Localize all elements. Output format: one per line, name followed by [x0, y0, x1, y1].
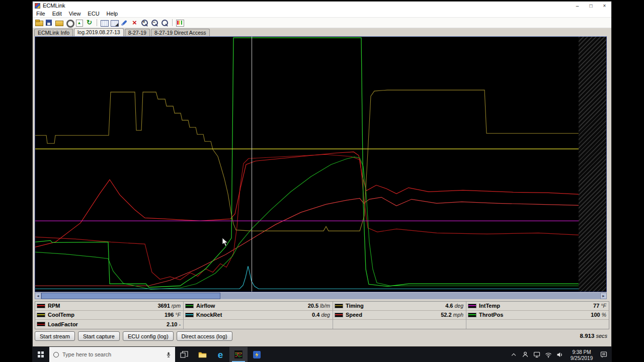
tray-display-icon[interactable]: [531, 347, 542, 362]
ecmlink-icon: [234, 350, 243, 358]
zoom-out-button[interactable]: −: [150, 19, 159, 27]
param-value: 52.2mph: [441, 312, 463, 318]
log-graph-panel[interactable]: [35, 36, 607, 292]
color-swatch: [468, 313, 476, 317]
direct-access-log-button[interactable]: Direct access (log): [177, 331, 232, 341]
param-row-rpm[interactable]: RPM3691rpm: [35, 302, 183, 311]
minimize-button[interactable]: –: [571, 2, 584, 10]
param-value-number: 0.4: [312, 312, 319, 318]
zoom-in-button[interactable]: +: [140, 19, 149, 27]
scrollbar-thumb[interactable]: [41, 293, 220, 299]
swatch-line: [186, 305, 193, 306]
param-value: 20.5lb/m: [308, 303, 330, 309]
menu-ecu[interactable]: ECU: [84, 11, 103, 17]
action-center-icon[interactable]: [598, 347, 609, 362]
tray-wifi-icon[interactable]: [542, 347, 554, 362]
chart-display-button[interactable]: [176, 19, 184, 27]
refresh-button[interactable]: ↻: [85, 19, 94, 27]
param-value-number: 4.6: [445, 303, 453, 309]
tray-volume-icon[interactable]: [554, 347, 566, 362]
param-unit: rpm: [172, 303, 181, 309]
system-tray: 9:38 PM 9/25/2019: [508, 347, 612, 362]
tools-button[interactable]: [120, 19, 129, 27]
settings-button[interactable]: [65, 19, 73, 27]
menu-help[interactable]: Help: [103, 11, 122, 17]
export-button[interactable]: ▲: [75, 19, 84, 27]
tray-chevron-icon[interactable]: [508, 347, 519, 362]
param-unit: -: [179, 321, 181, 327]
swatch-line: [37, 314, 45, 315]
trace-airflow: [35, 157, 579, 289]
legend-column: Airflow20.5lb/mKnockRet0.4deg: [184, 302, 333, 329]
control-buttons: Start streamStart captureECU config (log…: [35, 331, 235, 341]
tab-8-27-19-direct-access[interactable]: 8-27-19 Direct Access: [151, 29, 210, 36]
maximize-button[interactable]: □: [584, 2, 598, 10]
app-icon: [35, 3, 40, 9]
taskbar-clock[interactable]: 9:38 PM 9/25/2019: [566, 348, 598, 361]
scrollbar-track[interactable]: [41, 293, 600, 299]
scroll-left-arrow[interactable]: ◄: [35, 293, 41, 299]
screen: ECMLink – □ × FileEditViewECUHelp ▲↻×+− …: [0, 0, 644, 362]
color-swatch: [185, 313, 194, 317]
tab-8-27-19[interactable]: 8-27-19: [125, 29, 150, 36]
window-controls: – □ ×: [571, 2, 611, 10]
param-name: LoadFactor: [48, 321, 78, 327]
delete-button[interactable]: ×: [130, 19, 139, 27]
window-bottom-padding: [33, 341, 611, 346]
start-capture-button[interactable]: Start capture: [78, 331, 120, 341]
param-row-speed[interactable]: Speed52.2mph: [333, 311, 466, 320]
task-view-button[interactable]: [175, 347, 193, 362]
zoom-in-glyph: +: [143, 20, 145, 25]
zoom-out-glyph: −: [153, 20, 155, 25]
start-button[interactable]: [32, 347, 49, 362]
taskbar-search[interactable]: Type here to search: [49, 347, 175, 362]
controls-row: Start streamStart captureECU config (log…: [33, 329, 611, 341]
tab-ecmlink-info[interactable]: ECMLink Info: [34, 29, 73, 36]
scroll-right-arrow[interactable]: ►: [600, 293, 607, 299]
toolbar: ▲↻×+−: [33, 18, 611, 28]
edit-table-button[interactable]: [110, 19, 119, 27]
trace-rpm: [35, 152, 579, 247]
start-stream-button[interactable]: Start stream: [35, 331, 75, 341]
param-row-loadfactor[interactable]: LoadFactor2.10-: [35, 320, 183, 329]
param-row-cooltemp[interactable]: CoolTemp196°F: [35, 311, 183, 320]
param-row-inttemp[interactable]: IntTemp77°F: [466, 302, 609, 311]
search-placeholder: Type here to search: [62, 351, 163, 357]
table-view-button[interactable]: [100, 19, 109, 27]
close-button[interactable]: ×: [598, 2, 611, 10]
zoom-fit-button[interactable]: [160, 19, 169, 27]
legend-column: IntTemp77°FThrotPos100%: [466, 302, 609, 329]
open-recent-button[interactable]: [55, 19, 63, 27]
taskbar-app-5[interactable]: [248, 347, 266, 362]
taskbar-app-ecmlink[interactable]: [229, 347, 248, 362]
menu-edit[interactable]: Edit: [49, 11, 65, 17]
param-row-airflow[interactable]: Airflow20.5lb/m: [184, 302, 333, 311]
param-value: 100%: [591, 312, 606, 318]
tray-people-icon[interactable]: [519, 347, 531, 362]
param-name: Airflow: [196, 303, 215, 309]
microphone-icon[interactable]: [166, 351, 171, 358]
legend-cell-empty: [333, 320, 466, 329]
color-swatch: [335, 313, 343, 317]
save-log-button[interactable]: [45, 19, 53, 27]
horizontal-scrollbar[interactable]: ◄ ►: [35, 293, 607, 299]
param-name: ThrotPos: [479, 312, 503, 318]
export-glyph: ▲: [77, 21, 82, 25]
color-swatch: [37, 313, 45, 317]
open-log-button[interactable]: [35, 19, 43, 27]
taskbar-app-file-explorer[interactable]: [193, 347, 211, 362]
param-row-throtpos[interactable]: ThrotPos100%: [466, 311, 609, 320]
param-row-timing[interactable]: Timing4.6deg: [333, 302, 466, 311]
menu-file[interactable]: File: [33, 11, 49, 17]
swatch-line: [37, 324, 45, 325]
trace-loadfactor: [35, 154, 579, 280]
taskbar-app-edge[interactable]: e: [211, 347, 229, 362]
menu-view[interactable]: View: [65, 11, 85, 17]
param-value-number: 100: [591, 312, 600, 318]
tab-log-2019-08-27-13[interactable]: log.2019.08.27-13: [74, 28, 124, 36]
param-row-knockret[interactable]: KnockRet0.4deg: [184, 311, 333, 320]
swatch-line: [186, 314, 193, 315]
param-name: Timing: [346, 303, 364, 309]
toolbar-separator: [97, 19, 97, 26]
ecu-config-log-button[interactable]: ECU config (log): [123, 331, 174, 341]
